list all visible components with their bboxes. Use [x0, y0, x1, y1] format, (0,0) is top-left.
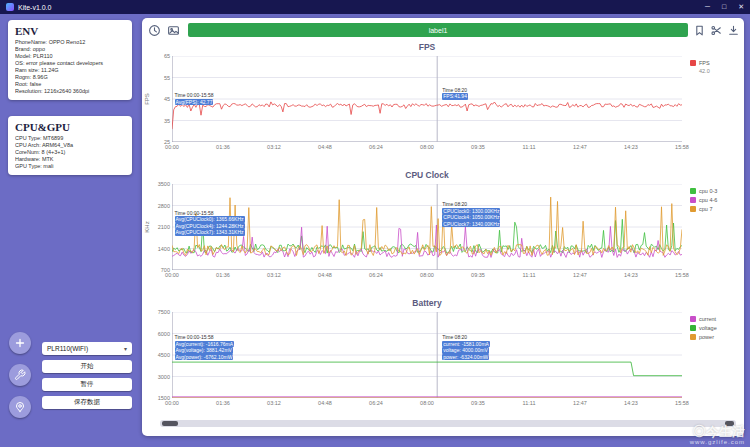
cpu-gpu-card: CPU&GPU CPU Type: MT6899CPU Arch: ARM64_…: [8, 116, 132, 175]
pause-button[interactable]: 暂停: [42, 378, 132, 391]
x-tick-label: 15:58: [675, 144, 689, 150]
scrollbar-handle[interactable]: [162, 421, 178, 426]
legend-item[interactable]: current: [690, 316, 744, 322]
legend-label: cpu 7: [699, 206, 712, 212]
series-line-FPS: [172, 102, 682, 129]
legend-item[interactable]: cpu 4-6: [690, 197, 744, 203]
x-tick-label: 14:23: [624, 272, 638, 278]
x-tick-label: 06:24: [369, 272, 383, 278]
legend-label: cpu 0-3: [699, 188, 717, 194]
x-tick-label: 04:48: [318, 144, 332, 150]
minimize-button[interactable]: ─: [705, 3, 710, 11]
x-tick-label: 11:11: [523, 272, 536, 278]
plot-area: Time 00:00-15:58Avg(CPUClock0): 1365.66K…: [172, 184, 682, 270]
x-tick-label: 12:47: [573, 272, 587, 278]
y-tick-label: 4500: [144, 352, 170, 358]
y-tick-label: 3500: [144, 181, 170, 187]
cpu-clock-chart: CPU ClockTime 00:00-15:58Avg(CPUClock0):…: [142, 170, 744, 298]
x-tick-label: 03:12: [267, 272, 281, 278]
battery-plot-svg: [172, 312, 682, 398]
legend-swatch: [690, 316, 696, 322]
legend-label: current: [699, 316, 716, 322]
legend-item[interactable]: power: [690, 334, 744, 340]
close-button[interactable]: ✕: [738, 3, 744, 11]
battery-chart: BatteryTime 00:00-15:58Avg(current): -16…: [142, 298, 744, 426]
legend-swatch: [690, 60, 696, 66]
x-tick-label: 09:35: [471, 272, 485, 278]
card-line: CoreNum: 8 (4+3+1): [15, 149, 125, 156]
plot-area: Time 00:00-15:58Avg(FPS): 42.77Time 08:2…: [172, 56, 682, 142]
device-select[interactable]: PLR110(WIFI) ▾: [42, 342, 132, 355]
legend-item[interactable]: cpu 7: [690, 206, 744, 212]
plus-icon: [14, 337, 26, 349]
x-tick-label: 09:35: [471, 400, 485, 406]
watermark-url: www.gzlife.com: [690, 439, 745, 446]
x-tick-label: 03:12: [267, 144, 281, 150]
legend-label: power: [699, 334, 714, 340]
tools-button[interactable]: [9, 364, 31, 386]
card-line: PhoneName: OPPO Reno12: [15, 39, 125, 46]
legend-label: FPS: [699, 60, 710, 66]
x-tick-label: 08:00: [420, 400, 434, 406]
fps-plot-svg: [172, 56, 682, 142]
card-line: OS: error please contact developers: [15, 60, 125, 67]
legend-value: 42.0: [699, 68, 744, 74]
legend-item[interactable]: FPS: [690, 60, 744, 66]
x-tick-label: 04:48: [318, 272, 332, 278]
card-line: Ram size: 11.24G: [15, 67, 125, 74]
x-tick-label: 03:12: [267, 400, 281, 406]
y-tick-label: 1400: [144, 246, 170, 252]
plot-area: Time 00:00-15:58Avg(current): -1616.76mA…: [172, 312, 682, 398]
charts-area: FPSTime 00:00-15:58Avg(FPS): 42.77Time 0…: [142, 18, 744, 436]
chart-title: CPU Clock: [172, 170, 682, 180]
legend-swatch: [690, 334, 696, 340]
chart-title: Battery: [172, 298, 682, 308]
window-controls: ─ □ ✕: [705, 3, 744, 11]
add-button[interactable]: [9, 332, 31, 354]
legend: cpu 0-3cpu 4-6cpu 7: [690, 188, 744, 215]
run-controls: PLR110(WIFI) ▾ 开始 暂停 保存数据: [42, 342, 132, 409]
legend-swatch: [690, 325, 696, 331]
scrollbar-cap[interactable]: [725, 421, 734, 426]
card-line: CPU Arch: ARM64_V8a: [15, 142, 125, 149]
x-tick-label: 00:00: [165, 272, 179, 278]
x-tick-label: 14:23: [624, 144, 638, 150]
env-card-lines: PhoneName: OPPO Reno12Brand: oppoModel: …: [15, 39, 125, 95]
wrench-icon: [14, 369, 26, 381]
y-tick-label: 65: [144, 53, 170, 59]
legend-swatch: [690, 197, 696, 203]
legend: FPS42.0: [690, 60, 744, 77]
x-tick-label: 01:36: [216, 144, 230, 150]
y-tick-label: 7500: [144, 309, 170, 315]
env-card: ENV PhoneName: OPPO Reno12Brand: oppoMod…: [8, 20, 132, 100]
horizontal-scrollbar[interactable]: [160, 420, 736, 427]
device-select-value: PLR110(WIFI): [47, 345, 88, 352]
start-button[interactable]: 开始: [42, 360, 132, 373]
x-tick-label: 09:35: [471, 144, 485, 150]
x-tick-label: 04:48: [318, 400, 332, 406]
app-icon: [6, 3, 14, 11]
save-data-button[interactable]: 保存数据: [42, 396, 132, 409]
legend-swatch: [690, 188, 696, 194]
chart-title: FPS: [172, 42, 682, 52]
card-line: GPU Type: mali: [15, 163, 125, 170]
legend-item[interactable]: cpu 0-3: [690, 188, 744, 194]
x-tick-label: 08:00: [420, 144, 434, 150]
cpu-clock-plot-svg: [172, 184, 682, 270]
x-tick-label: 15:58: [675, 400, 689, 406]
maximize-button[interactable]: □: [722, 3, 726, 11]
series-line-cpu-4-6: [172, 225, 682, 257]
card-line: Model: PLR110: [15, 53, 125, 60]
cpu-gpu-card-lines: CPU Type: MT6899CPU Arch: ARM64_V8aCoreN…: [15, 135, 125, 170]
main-panel: label1 FPSTime 00:00-15:58Avg(FPS): 42.7…: [142, 18, 744, 436]
cpu-gpu-card-title: CPU&GPU: [15, 121, 125, 133]
y-axis-name: KHz: [144, 221, 150, 232]
locate-button[interactable]: [9, 396, 31, 418]
x-tick-label: 06:24: [369, 144, 383, 150]
y-tick-label: 3000: [144, 374, 170, 380]
card-line: Hardware: MTK: [15, 156, 125, 163]
legend-label: cpu 4-6: [699, 197, 717, 203]
x-tick-label: 00:00: [165, 400, 179, 406]
y-tick-label: 55: [144, 75, 170, 81]
legend-item[interactable]: voltage: [690, 325, 744, 331]
